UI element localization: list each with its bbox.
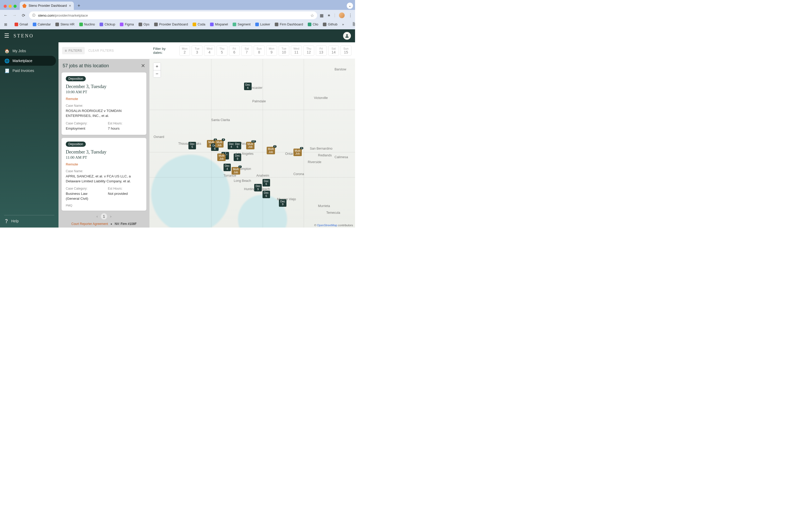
- bookmark-label: Github: [328, 23, 337, 26]
- date-chip[interactable]: Wed4: [204, 46, 215, 56]
- browser-tab[interactable]: Steno Provider Dashboard ×: [20, 2, 74, 10]
- app-logo[interactable]: STENO: [14, 33, 34, 39]
- bookmark-item[interactable]: Coda: [191, 22, 207, 27]
- job-time: 11:00 AM PT: [66, 155, 142, 160]
- date-chip[interactable]: Fri13: [316, 46, 327, 56]
- bookmarks-overflow-icon[interactable]: »: [341, 22, 345, 27]
- bookmark-item[interactable]: Firm Dashboard: [273, 22, 305, 27]
- zoom-in-button[interactable]: +: [153, 63, 161, 70]
- bookmark-label: Mixpanel: [215, 23, 228, 26]
- reload-button[interactable]: ⟳: [20, 13, 26, 18]
- close-list-icon[interactable]: ✕: [141, 62, 145, 69]
- page-next-button[interactable]: ›: [110, 214, 112, 218]
- pin-badge: 4: [222, 138, 225, 141]
- app-body: 🏠 My Jobs 🌐 Marketplace 🧾 Paid Invoices …: [0, 42, 355, 228]
- bookmark-item[interactable]: Provider Dashboard: [153, 22, 190, 27]
- date-chip[interactable]: Mon2: [179, 46, 190, 56]
- all-bookmarks-button[interactable]: All Bookmarks: [351, 22, 355, 27]
- sidebar-item-marketplace[interactable]: 🌐 Marketplace: [0, 56, 56, 66]
- map-pin-multi[interactable]: MultiJob57: [246, 142, 254, 149]
- map-pin-multi[interactable]: MultiJob4: [215, 140, 224, 148]
- window-max-icon[interactable]: [14, 5, 17, 8]
- bookmark-item[interactable]: Clio: [306, 22, 320, 27]
- bookmark-item[interactable]: Nuclino: [78, 22, 97, 27]
- back-button[interactable]: ←: [3, 13, 9, 18]
- window-close-icon[interactable]: [4, 5, 7, 8]
- date-chip[interactable]: Thu12: [303, 46, 314, 56]
- page-current[interactable]: 1: [101, 213, 107, 219]
- map-pin-date[interactable]: Dec6: [234, 142, 241, 149]
- map-pin-date[interactable]: Dec5: [189, 142, 196, 149]
- date-filter-bar: Filter by dates: Mon2Tue3Wed4Thu5Fri6Sat…: [149, 42, 355, 59]
- sidebar-item-paid-invoices[interactable]: 🧾 Paid Invoices: [0, 66, 56, 76]
- menu-icon[interactable]: ☰: [4, 32, 9, 39]
- date-chip[interactable]: Wed11: [291, 46, 302, 56]
- map-pin-date[interactable]: Dec9: [234, 154, 241, 161]
- bookmark-item[interactable]: Ops: [137, 22, 151, 27]
- date-chip[interactable]: Sun15: [341, 46, 351, 56]
- map-pin-multi[interactable]: MultiJob2: [217, 154, 226, 161]
- map-pin-date[interactable]: Dec9: [254, 184, 262, 191]
- zoom-out-button[interactable]: −: [153, 70, 161, 77]
- map-pin-date[interactable]: Dec6: [263, 191, 270, 198]
- address-bar[interactable]: ⓘ steno.com/provider/marketplace ☆: [29, 11, 317, 19]
- site-info-icon[interactable]: ⓘ: [32, 13, 35, 18]
- map-canvas[interactable]: + − BarstowLancasterPalmdaleVictorvilleS…: [149, 59, 355, 228]
- map-pin-date[interactable]: Dec6: [263, 179, 270, 186]
- clear-filters-button[interactable]: CLEAR FILTERS: [89, 49, 114, 52]
- sidebar-item-my-jobs[interactable]: 🏠 My Jobs: [0, 46, 56, 56]
- profile-avatar-icon[interactable]: [339, 12, 345, 18]
- bookmark-favicon-icon: [210, 23, 214, 26]
- bookmark-item[interactable]: Clickup: [98, 22, 117, 27]
- date-chip[interactable]: Sun8: [254, 46, 265, 56]
- map-pin-date[interactable]: Dec4: [224, 164, 231, 171]
- case-name: ROSALIA RODRIGUEZ v TOMDAN ENTERPRISES, …: [66, 109, 142, 119]
- bookmark-item[interactable]: Github: [321, 22, 339, 27]
- apps-grid-icon[interactable]: ⊞: [3, 22, 9, 27]
- map-pin-multi[interactable]: MultiJob3: [293, 149, 302, 156]
- bookmark-item[interactable]: Figma: [118, 22, 136, 27]
- tab-close-icon[interactable]: ×: [69, 4, 71, 8]
- date-chip[interactable]: Sat14: [328, 46, 339, 56]
- date-chip[interactable]: Mon9: [266, 46, 277, 56]
- bookmark-item[interactable]: Calendar: [31, 22, 52, 27]
- date-chip[interactable]: Tue3: [192, 46, 202, 56]
- bookmark-item[interactable]: Segment: [231, 22, 252, 27]
- tab-strip: Steno Provider Dashboard × + ⌄: [0, 0, 355, 10]
- tabs-dropdown-button[interactable]: ⌄: [347, 3, 353, 9]
- date-chip[interactable]: Tue10: [279, 46, 290, 56]
- bookmark-label: Steno HR: [60, 23, 74, 26]
- chrome-menu-icon[interactable]: ⋮: [348, 13, 352, 18]
- date-chip[interactable]: Sat7: [241, 46, 252, 56]
- job-card[interactable]: Deposition December 3, Tuesday 11:00 AM …: [61, 138, 146, 211]
- date-chip[interactable]: Fri6: [229, 46, 240, 56]
- bookmark-item[interactable]: Mixpanel: [208, 22, 229, 27]
- bookmark-star-icon[interactable]: ☆: [310, 13, 314, 18]
- help-button[interactable]: ❔ Help: [4, 219, 54, 223]
- job-cards[interactable]: Deposition December 3, Tuesday 10:00 AM …: [58, 73, 149, 212]
- extension-icon[interactable]: ▦: [320, 13, 324, 18]
- map-pin-date[interactable]: Dec4: [244, 83, 252, 90]
- new-tab-button[interactable]: +: [75, 2, 83, 9]
- date-chip[interactable]: Thu5: [217, 46, 227, 56]
- sidebar-item-label: My Jobs: [13, 49, 26, 53]
- user-avatar-icon[interactable]: [343, 32, 351, 40]
- forward-button[interactable]: →: [11, 13, 18, 18]
- map-pin-date[interactable]: Dec9: [279, 199, 287, 207]
- window-min-icon[interactable]: [8, 5, 12, 8]
- osm-link[interactable]: OpenStreetMap: [317, 224, 337, 227]
- extensions-puzzle-icon[interactable]: ✴: [327, 13, 330, 18]
- bookmark-item[interactable]: Steno HR: [54, 22, 76, 27]
- bookmark-item[interactable]: Looker: [254, 22, 272, 27]
- bookmark-favicon-icon: [100, 23, 103, 26]
- filters-button[interactable]: ≡ FILTERS: [62, 47, 85, 54]
- court-reporter-agreement-link[interactable]: Court Reporter Agreement: [72, 222, 108, 226]
- job-card[interactable]: Deposition December 3, Tuesday 10:00 AM …: [61, 73, 146, 135]
- pin-badge: 3: [300, 147, 303, 150]
- help-label: Help: [11, 219, 19, 223]
- bookmark-item[interactable]: Gmail: [13, 22, 30, 27]
- map-pin-multi[interactable]: MultiJob2: [231, 167, 240, 175]
- map-pin-multi[interactable]: MultiJob2: [267, 147, 275, 154]
- page-prev-button[interactable]: ‹: [96, 214, 98, 218]
- job-date: December 3, Tuesday: [66, 84, 142, 89]
